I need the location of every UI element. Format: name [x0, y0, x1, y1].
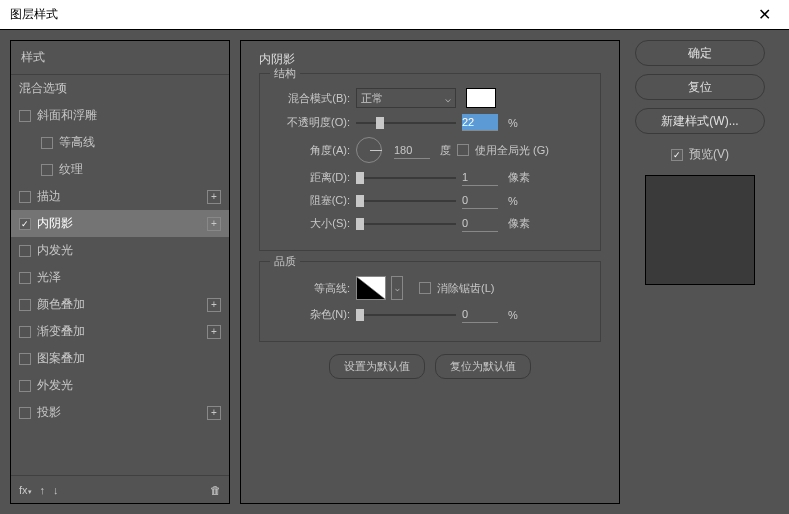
- style-checkbox[interactable]: [19, 407, 31, 419]
- noise-unit: %: [508, 309, 518, 321]
- close-icon[interactable]: ✕: [749, 1, 779, 29]
- style-item[interactable]: 等高线: [11, 129, 229, 156]
- style-checkbox[interactable]: [19, 272, 31, 284]
- style-item[interactable]: 投影+: [11, 399, 229, 426]
- angle-dial[interactable]: [356, 137, 382, 163]
- style-checkbox[interactable]: [19, 218, 31, 230]
- choke-label: 阻塞(C):: [272, 193, 350, 208]
- style-item-label: 内阴影: [37, 215, 73, 232]
- style-item-label: 描边: [37, 188, 61, 205]
- style-item[interactable]: 图案叠加: [11, 345, 229, 372]
- quality-fieldset: 品质 等高线: ⌵ 消除锯齿(L) 杂色(N): %: [259, 261, 601, 342]
- style-item-label: 外发光: [37, 377, 73, 394]
- add-effect-icon[interactable]: +: [207, 298, 221, 312]
- style-item-label: 投影: [37, 404, 61, 421]
- angle-unit: 度: [440, 143, 451, 158]
- style-checkbox[interactable]: [19, 353, 31, 365]
- fx-menu-icon[interactable]: fx▾: [19, 484, 32, 496]
- content: 样式 混合选项 斜面和浮雕等高线纹理描边+内阴影+内发光光泽颜色叠加+渐变叠加+…: [0, 30, 789, 514]
- style-checkbox[interactable]: [19, 380, 31, 392]
- style-checkbox[interactable]: [19, 245, 31, 257]
- noise-label: 杂色(N):: [272, 307, 350, 322]
- preview-checkbox[interactable]: [671, 149, 683, 161]
- distance-label: 距离(D):: [272, 170, 350, 185]
- distance-input[interactable]: [462, 169, 498, 186]
- cancel-button[interactable]: 复位: [635, 74, 765, 100]
- contour-picker[interactable]: [356, 276, 386, 300]
- settings-panel: 内阴影 结构 混合模式(B): 正常 不透明度(O): % 角度(A): 度 使: [240, 40, 620, 504]
- add-effect-icon[interactable]: +: [207, 325, 221, 339]
- style-item-label: 纹理: [59, 161, 83, 178]
- style-item[interactable]: 内发光: [11, 237, 229, 264]
- quality-legend: 品质: [270, 254, 300, 269]
- color-swatch[interactable]: [466, 88, 496, 108]
- style-checkbox[interactable]: [19, 326, 31, 338]
- noise-input[interactable]: [462, 306, 498, 323]
- make-default-button[interactable]: 设置为默认值: [329, 354, 425, 379]
- distance-unit: 像素: [508, 170, 530, 185]
- blending-options-label: 混合选项: [19, 80, 67, 97]
- add-effect-icon[interactable]: +: [207, 406, 221, 420]
- style-item[interactable]: 内阴影+: [11, 210, 229, 237]
- noise-slider[interactable]: [356, 308, 456, 322]
- styles-list: 混合选项 斜面和浮雕等高线纹理描边+内阴影+内发光光泽颜色叠加+渐变叠加+图案叠…: [11, 75, 229, 475]
- style-item[interactable]: 渐变叠加+: [11, 318, 229, 345]
- style-item[interactable]: 斜面和浮雕: [11, 102, 229, 129]
- size-input[interactable]: [462, 215, 498, 232]
- style-checkbox[interactable]: [19, 191, 31, 203]
- opacity-unit: %: [508, 117, 518, 129]
- opacity-slider[interactable]: [356, 116, 456, 130]
- blending-options-item[interactable]: 混合选项: [11, 75, 229, 102]
- style-checkbox[interactable]: [19, 110, 31, 122]
- style-item-label: 颜色叠加: [37, 296, 85, 313]
- contour-label: 等高线:: [272, 281, 350, 296]
- angle-label: 角度(A):: [272, 143, 350, 158]
- blend-mode-select[interactable]: 正常: [356, 88, 456, 108]
- style-item-label: 斜面和浮雕: [37, 107, 97, 124]
- preview-box: [645, 175, 755, 285]
- style-item-label: 渐变叠加: [37, 323, 85, 340]
- style-item-label: 等高线: [59, 134, 95, 151]
- size-slider[interactable]: [356, 217, 456, 231]
- style-checkbox[interactable]: [19, 299, 31, 311]
- style-item[interactable]: 描边+: [11, 183, 229, 210]
- reset-default-button[interactable]: 复位为默认值: [435, 354, 531, 379]
- global-light-label: 使用全局光 (G): [475, 143, 549, 158]
- style-item-label: 图案叠加: [37, 350, 85, 367]
- global-light-checkbox[interactable]: [457, 144, 469, 156]
- antialias-label: 消除锯齿(L): [437, 281, 494, 296]
- add-effect-icon[interactable]: +: [207, 190, 221, 204]
- move-down-icon[interactable]: ↓: [53, 484, 59, 496]
- ok-button[interactable]: 确定: [635, 40, 765, 66]
- style-item[interactable]: 纹理: [11, 156, 229, 183]
- structure-legend: 结构: [270, 66, 300, 81]
- styles-sidebar: 样式 混合选项 斜面和浮雕等高线纹理描边+内阴影+内发光光泽颜色叠加+渐变叠加+…: [10, 40, 230, 504]
- style-item[interactable]: 外发光: [11, 372, 229, 399]
- style-item-label: 光泽: [37, 269, 61, 286]
- style-checkbox[interactable]: [41, 137, 53, 149]
- move-up-icon[interactable]: ↑: [40, 484, 46, 496]
- sidebar-footer: fx▾ ↑ ↓ 🗑: [11, 475, 229, 503]
- angle-input[interactable]: [394, 142, 430, 159]
- trash-icon[interactable]: 🗑: [210, 484, 221, 496]
- contour-dropdown-icon[interactable]: ⌵: [391, 276, 403, 300]
- panel-title: 内阴影: [259, 51, 601, 68]
- new-style-button[interactable]: 新建样式(W)...: [635, 108, 765, 134]
- choke-slider[interactable]: [356, 194, 456, 208]
- choke-input[interactable]: [462, 192, 498, 209]
- style-checkbox[interactable]: [41, 164, 53, 176]
- style-item[interactable]: 光泽: [11, 264, 229, 291]
- right-column: 确定 复位 新建样式(W)... 预览(V): [630, 40, 770, 504]
- size-unit: 像素: [508, 216, 530, 231]
- structure-fieldset: 结构 混合模式(B): 正常 不透明度(O): % 角度(A): 度 使用全局光…: [259, 73, 601, 251]
- style-item-label: 内发光: [37, 242, 73, 259]
- style-item[interactable]: 颜色叠加+: [11, 291, 229, 318]
- distance-slider[interactable]: [356, 171, 456, 185]
- opacity-input[interactable]: [462, 114, 498, 131]
- add-effect-icon[interactable]: +: [207, 217, 221, 231]
- choke-unit: %: [508, 195, 518, 207]
- preview-label: 预览(V): [689, 146, 729, 163]
- window-title: 图层样式: [10, 6, 58, 23]
- antialias-checkbox[interactable]: [419, 282, 431, 294]
- blend-mode-label: 混合模式(B):: [272, 91, 350, 106]
